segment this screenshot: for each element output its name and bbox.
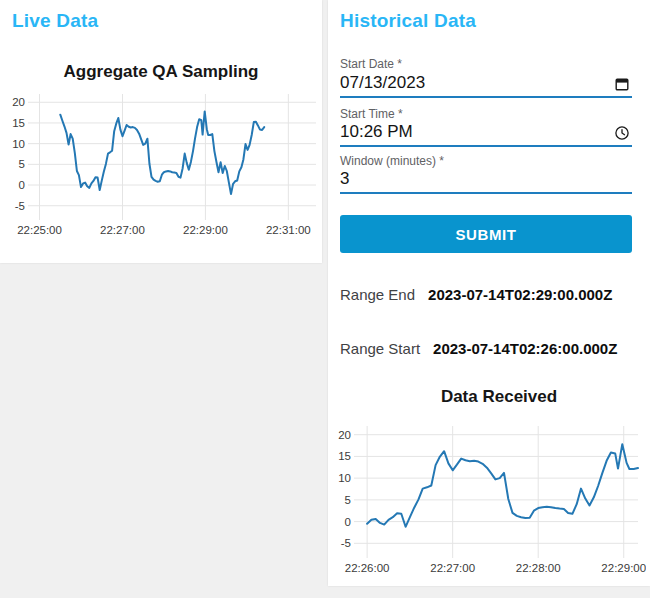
start-time-input[interactable] bbox=[340, 121, 606, 142]
svg-text:0: 0 bbox=[345, 516, 351, 528]
start-time-label: Start Time * bbox=[340, 107, 403, 121]
start-date-label: Start Date * bbox=[340, 57, 402, 71]
start-time-field bbox=[340, 121, 632, 147]
start-date-input[interactable] bbox=[340, 72, 606, 93]
range-end-label: Range End bbox=[340, 286, 415, 303]
svg-text:10: 10 bbox=[12, 138, 25, 150]
svg-text:22:27:00: 22:27:00 bbox=[100, 224, 145, 236]
window-minutes-input[interactable] bbox=[340, 168, 606, 189]
svg-text:22:28:00: 22:28:00 bbox=[516, 562, 561, 574]
svg-text:22:29:00: 22:29:00 bbox=[601, 562, 646, 574]
svg-text:22:27:00: 22:27:00 bbox=[430, 562, 475, 574]
window-minutes-label: Window (minutes) * bbox=[340, 154, 444, 168]
submit-button[interactable]: SUBMIT bbox=[340, 215, 632, 253]
window-minutes-field bbox=[340, 168, 632, 194]
historical-data-heading: Historical Data bbox=[340, 10, 476, 32]
live-data-panel: Live Data Aggregate QA Sampling -5051015… bbox=[0, 0, 322, 263]
svg-text:22:26:00: 22:26:00 bbox=[345, 562, 390, 574]
data-received-chart[interactable]: -50510152022:26:0022:27:0022:28:0022:29:… bbox=[334, 414, 646, 586]
live-data-heading: Live Data bbox=[12, 10, 98, 32]
svg-text:20: 20 bbox=[12, 96, 25, 108]
svg-text:22:29:00: 22:29:00 bbox=[183, 224, 228, 236]
svg-text:5: 5 bbox=[19, 158, 25, 170]
historical-data-panel: Historical Data Start Date * Start Time … bbox=[328, 0, 650, 586]
range-start-value: 2023-07-14T02:26:00.000Z bbox=[433, 340, 617, 357]
svg-text:5: 5 bbox=[345, 494, 351, 506]
svg-text:22:25:00: 22:25:00 bbox=[17, 224, 62, 236]
clock-icon[interactable] bbox=[614, 125, 630, 141]
svg-text:10: 10 bbox=[338, 472, 351, 484]
svg-text:-5: -5 bbox=[341, 537, 351, 549]
range-start-label: Range Start bbox=[340, 340, 420, 357]
svg-text:-5: -5 bbox=[15, 200, 25, 212]
svg-text:20: 20 bbox=[338, 429, 351, 441]
aggregate-chart-title: Aggregate QA Sampling bbox=[0, 62, 322, 82]
svg-text:15: 15 bbox=[338, 450, 351, 462]
start-date-field bbox=[340, 72, 632, 98]
svg-text:0: 0 bbox=[19, 179, 25, 191]
svg-text:15: 15 bbox=[12, 117, 25, 129]
aggregate-qa-chart[interactable]: -50510152022:25:0022:27:0022:29:0022:31:… bbox=[2, 88, 320, 250]
range-end-row: Range End2023-07-14T02:29:00.000Z bbox=[340, 286, 612, 303]
range-end-value: 2023-07-14T02:29:00.000Z bbox=[428, 286, 612, 303]
range-start-row: Range Start2023-07-14T02:26:00.000Z bbox=[340, 340, 617, 357]
calendar-icon[interactable] bbox=[614, 76, 630, 92]
data-received-chart-title: Data Received bbox=[348, 387, 650, 407]
svg-text:22:31:00: 22:31:00 bbox=[266, 224, 311, 236]
